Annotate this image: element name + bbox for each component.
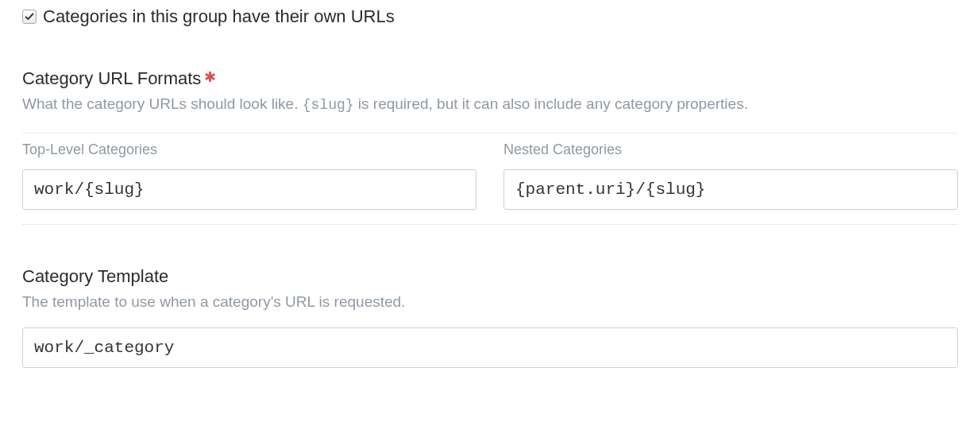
- template-heading: Category Template: [22, 266, 958, 287]
- url-formats-description: What the category URLs should look like.…: [22, 94, 958, 115]
- top-level-header: Top-Level Categories: [22, 134, 476, 169]
- required-indicator: ✱: [204, 70, 216, 84]
- own-urls-label[interactable]: Categories in this group have their own …: [43, 6, 395, 27]
- top-level-input[interactable]: [22, 169, 476, 210]
- slug-code: {slug}: [303, 97, 354, 113]
- url-formats-description-post: is required, but it can also include any…: [354, 95, 748, 112]
- template-heading-text: Category Template: [22, 266, 168, 287]
- nested-input[interactable]: [504, 169, 958, 210]
- own-urls-checkbox[interactable]: [22, 10, 37, 24]
- url-formats-heading: Category URL Formats ✱: [22, 68, 958, 89]
- template-input[interactable]: [22, 327, 958, 368]
- url-formats-description-pre: What the category URLs should look like.: [22, 95, 303, 112]
- checkmark-icon: [24, 11, 35, 22]
- template-description: The template to use when a category's UR…: [22, 292, 958, 313]
- nested-header: Nested Categories: [504, 134, 958, 169]
- url-formats-heading-text: Category URL Formats: [22, 68, 201, 89]
